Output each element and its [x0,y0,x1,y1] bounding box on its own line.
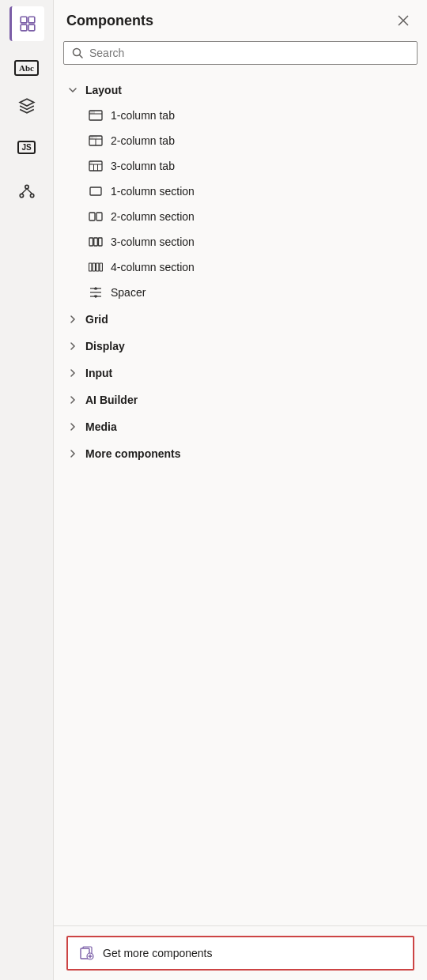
svg-rect-12 [89,111,95,114]
item-1col-section[interactable]: 1-column section [54,179,427,204]
svg-line-8 [27,189,32,194]
sidebar-icon-components[interactable] [9,6,44,41]
section-header-layout[interactable]: Layout [54,77,427,103]
section-label-grid: Grid [85,313,108,326]
sidebar-icon-text[interactable]: Abc [9,51,44,85]
close-button[interactable] [392,9,414,32]
components-panel: Components Layout [54,0,427,980]
item-label-2col-tab: 2-column tab [111,134,175,147]
section-display: Display [54,334,427,359]
svg-rect-29 [99,238,103,246]
section-grid: Grid [54,307,427,332]
item-label-3col-section: 3-column section [111,236,195,248]
get-more-label: Get more components [103,947,213,959]
item-1col-tab[interactable]: 1-column tab [54,103,427,128]
section-input: Input [54,360,427,386]
section-header-input[interactable]: Input [54,360,427,386]
section-label-ai-builder: AI Builder [85,394,138,406]
chevron-right-icon [66,313,79,326]
section-header-more-components[interactable]: More components [54,441,427,466]
3col-sec-icon [89,235,103,249]
section-label-more-components: More components [85,447,181,460]
search-box[interactable] [63,41,418,65]
section-more-components: More components [54,441,427,466]
chevron-right-icon [66,420,79,433]
svg-rect-26 [96,213,102,220]
svg-line-7 [21,189,27,194]
section-media: Media [54,414,427,439]
svg-point-5 [20,194,23,197]
svg-rect-30 [89,263,93,271]
svg-rect-1 [28,17,35,23]
chevron-right-icon [66,367,79,379]
item-label-4col-section: 4-column section [111,261,195,273]
item-spacer[interactable]: Spacer [54,280,427,305]
chevron-right-icon [66,447,79,460]
get-more-components-button[interactable]: Get more components [66,936,414,971]
2col-sec-icon [89,209,103,224]
sidebar: Abc JS [0,0,54,980]
item-2col-section[interactable]: 2-column section [54,204,427,229]
item-3col-section[interactable]: 3-column section [54,229,427,254]
section-label-display: Display [85,340,125,352]
section-header-grid[interactable]: Grid [54,307,427,332]
bottom-bar: Get more components [54,925,427,980]
section-header-display[interactable]: Display [54,334,427,359]
item-label-spacer: Spacer [111,286,145,299]
section-label-layout: Layout [85,84,122,96]
chevron-right-icon [66,394,79,406]
2col-tab-icon [89,134,103,148]
1col-tab-icon [89,108,103,122]
item-4col-section[interactable]: 4-column section [54,254,427,280]
get-more-icon [79,945,95,961]
item-label-1col-section: 1-column section [111,185,195,198]
svg-rect-0 [21,17,27,23]
svg-rect-27 [89,238,93,246]
svg-point-6 [30,194,33,197]
item-2col-tab[interactable]: 2-column tab [54,128,427,153]
sidebar-icon-layers[interactable] [9,89,44,123]
svg-rect-32 [96,263,100,271]
svg-rect-3 [28,24,35,31]
section-label-input: Input [85,367,112,379]
svg-rect-25 [89,213,95,220]
svg-rect-28 [94,238,98,246]
search-input[interactable] [89,47,409,59]
svg-rect-2 [21,24,27,31]
svg-rect-33 [100,263,103,271]
item-3col-tab[interactable]: 3-column tab [54,153,427,179]
section-ai-builder: AI Builder [54,387,427,413]
sidebar-icon-js[interactable]: JS [9,130,44,164]
item-label-2col-section: 2-column section [111,210,195,223]
panel-title: Components [66,13,153,29]
chevron-down-icon [66,84,79,96]
sidebar-icon-data[interactable] [9,174,44,209]
svg-rect-24 [90,187,101,195]
svg-rect-31 [93,263,96,271]
section-header-ai-builder[interactable]: AI Builder [54,387,427,413]
component-tree: Layout 1-column tab [54,74,427,925]
panel-header: Components [54,0,427,38]
svg-rect-23 [89,161,93,164]
4col-sec-icon [89,260,103,274]
svg-line-10 [80,55,83,58]
svg-rect-16 [93,136,97,139]
3col-tab-icon [89,159,103,173]
spacer-icon [89,285,103,300]
svg-point-4 [25,185,28,188]
section-header-media[interactable]: Media [54,414,427,439]
item-label-1col-tab: 1-column tab [111,109,175,122]
search-icon [72,47,83,58]
chevron-right-icon [66,340,79,352]
section-label-media: Media [85,420,117,433]
section-layout: Layout 1-column tab [54,77,427,305]
item-label-3col-tab: 3-column tab [111,160,175,172]
1col-sec-icon [89,184,103,198]
svg-rect-15 [89,136,93,139]
